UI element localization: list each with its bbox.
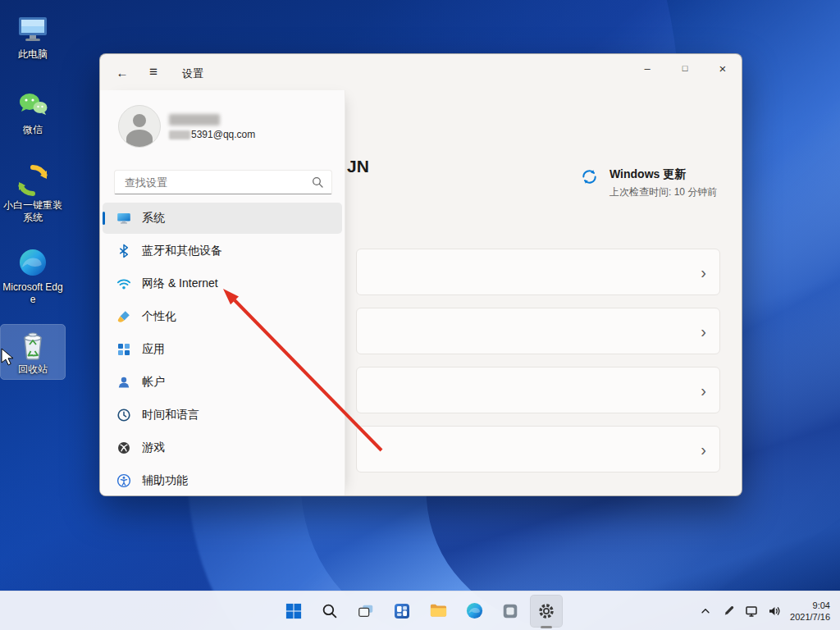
settings-row[interactable]: › <box>356 308 720 354</box>
volume-icon <box>768 605 781 618</box>
nav-item-label: 网络 & Internet <box>142 276 218 291</box>
desktop-icon-wechat[interactable]: 微信 <box>1 85 65 139</box>
taskbar-system-tray: 9:04 2021/7/16 <box>695 591 837 630</box>
nav-item-bluetooth-devices[interactable]: 蓝牙和其他设备 <box>103 235 342 267</box>
selected-accent-bar <box>103 212 105 225</box>
nav-item-gaming[interactable]: 游戏 <box>103 432 342 463</box>
system-icon <box>116 211 131 226</box>
apps-grid-icon <box>116 342 131 357</box>
desktop-icon-edge[interactable]: Microsoft Edge <box>1 243 65 309</box>
settings-taskbar-button[interactable] <box>530 595 563 628</box>
windows-logo-icon <box>285 603 302 619</box>
windows-update-title: Windows 更新 <box>609 167 717 182</box>
edge-icon <box>16 246 50 279</box>
nav-item-accounts[interactable]: 帐户 <box>103 367 342 398</box>
wechat-icon <box>16 89 50 121</box>
edge-taskbar-button[interactable] <box>458 595 491 628</box>
widgets-button[interactable] <box>386 595 418 628</box>
display-icon <box>745 605 758 618</box>
chevron-up-icon <box>700 605 711 617</box>
nav-item-label: 个性化 <box>142 309 176 324</box>
person-icon <box>116 375 131 390</box>
nav-item-label: 辅助功能 <box>142 473 188 488</box>
task-view-icon <box>357 602 375 620</box>
window-controls: – □ × <box>628 54 742 82</box>
hamburger-menu-button[interactable]: ≡ <box>141 61 166 84</box>
chevron-right-icon: › <box>701 441 706 458</box>
nav-item-label: 帐户 <box>142 375 165 390</box>
file-explorer-button[interactable] <box>422 595 454 628</box>
nav-item-label: 游戏 <box>142 441 165 455</box>
this-pc-icon <box>16 13 50 46</box>
pen-icon <box>723 605 735 617</box>
nav-item-label: 时间和语言 <box>142 408 199 422</box>
chevron-right-icon: › <box>701 382 706 399</box>
windows-update-status[interactable]: Windows 更新 上次检查时间: 10 分钟前 <box>580 167 717 199</box>
settings-nav-sidebar: 5391@qq.com 系统 <box>100 90 345 496</box>
desktop-icon-recycle-bin[interactable]: 回收站 <box>1 325 65 379</box>
avatar-head <box>133 114 146 127</box>
settings-nav-list: 系统 蓝牙和其他设备 网络 & Internet <box>100 203 345 496</box>
start-button[interactable] <box>277 595 310 628</box>
taskbar-search-button[interactable] <box>313 595 346 628</box>
folder-icon <box>429 601 448 620</box>
settings-row[interactable]: › <box>356 249 720 295</box>
chevron-right-icon: › <box>701 323 706 340</box>
search-icon <box>322 603 338 619</box>
desktop-icon-label: Microsoft Edge <box>2 281 64 306</box>
desktop-icon-label: 回收站 <box>18 363 48 376</box>
desktop-icon-this-pc[interactable]: 此电脑 <box>1 10 65 64</box>
desktop-icon-label: 微信 <box>23 124 43 136</box>
desktop-icon-xiaobai-reinstall[interactable]: 小白一键重装系统 <box>1 161 65 227</box>
minimize-button[interactable]: – <box>628 54 666 82</box>
search-input[interactable] <box>115 176 312 189</box>
nav-item-personalization[interactable]: 个性化 <box>103 301 342 332</box>
pinned-app-button[interactable] <box>494 595 527 628</box>
brush-icon <box>116 309 131 324</box>
xbox-icon <box>116 441 131 455</box>
settings-search-box <box>114 170 332 194</box>
back-button[interactable]: ← <box>110 61 135 84</box>
email-prefix-redacted <box>169 130 190 139</box>
close-button[interactable]: × <box>704 54 742 82</box>
avatar-body <box>126 130 153 148</box>
desktop: 此电脑 微信 小白一键重装系统 Microsoft Edge 回收站 ← ≡ 设… <box>0 0 840 630</box>
wifi-icon <box>116 276 131 291</box>
settings-window: ← ≡ 设置 – □ × JN Windows 更新 上次检查时间: 10 分钟… <box>99 53 742 496</box>
edge-icon <box>465 601 484 620</box>
maximize-button[interactable]: □ <box>666 54 704 82</box>
email-text: 5391@qq.com <box>191 129 255 140</box>
user-email: 5391@qq.com <box>169 129 255 140</box>
settings-row[interactable]: › <box>356 426 720 472</box>
nav-item-label: 应用 <box>142 342 165 357</box>
windows-update-icon <box>580 167 599 199</box>
nav-item-accessibility[interactable]: 辅助功能 <box>103 465 342 496</box>
nav-item-label: 系统 <box>142 211 165 226</box>
search-icon <box>312 176 323 188</box>
volume-tray-button[interactable] <box>764 596 785 627</box>
device-name-fragment: JN <box>347 157 369 176</box>
nav-item-time-language[interactable]: 时间和语言 <box>103 399 342 431</box>
taskbar-center-icons <box>277 591 563 630</box>
taskbar: 9:04 2021/7/16 <box>0 591 840 630</box>
display-tray-button[interactable] <box>741 596 762 627</box>
reinstall-icon <box>16 164 50 197</box>
window-title: 设置 <box>182 66 203 81</box>
settings-row[interactable]: › <box>356 367 720 413</box>
clock-date: 2021/7/16 <box>790 611 830 623</box>
taskbar-clock[interactable]: 9:04 2021/7/16 <box>787 596 837 627</box>
nav-item-apps[interactable]: 应用 <box>103 334 342 365</box>
chevron-right-icon: › <box>701 264 706 281</box>
bluetooth-icon <box>116 244 131 258</box>
pen-tray-button[interactable] <box>718 596 739 627</box>
widgets-icon <box>393 602 411 620</box>
avatar[interactable] <box>118 105 161 148</box>
user-name-redacted <box>169 114 220 126</box>
hidden-icons-chevron[interactable] <box>695 596 716 627</box>
nav-item-network-internet[interactable]: 网络 & Internet <box>103 268 342 299</box>
desktop-icon-label: 此电脑 <box>18 48 48 61</box>
nav-item-system[interactable]: 系统 <box>103 203 342 234</box>
task-view-button[interactable] <box>349 595 382 628</box>
desktop-icon-label: 小白一键重装系统 <box>2 199 64 224</box>
windows-update-last-checked: 上次检查时间: 10 分钟前 <box>609 185 717 199</box>
